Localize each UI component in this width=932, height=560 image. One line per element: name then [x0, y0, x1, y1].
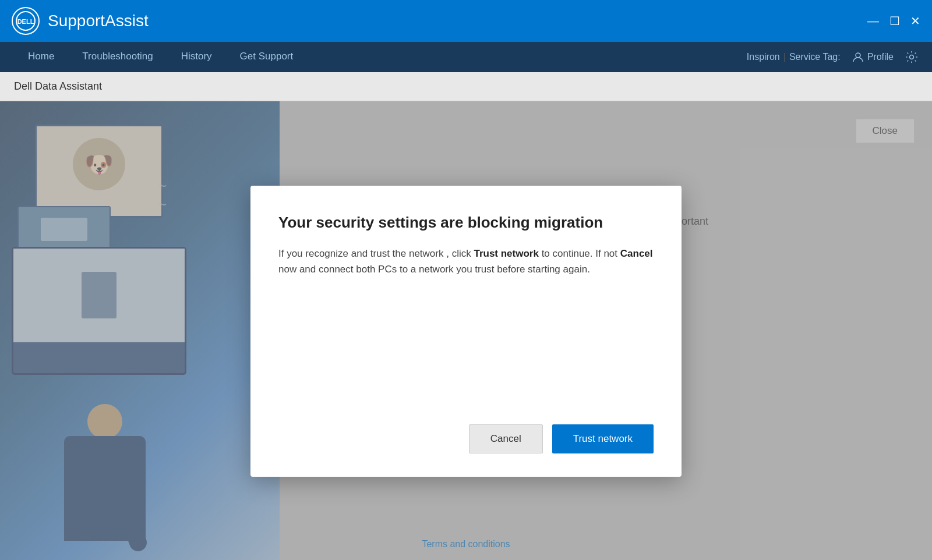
nav-item-home[interactable]: Home — [14, 42, 68, 72]
modal-body-text1: If you recognize and trust the network ,… — [278, 248, 474, 259]
svg-point-3 — [910, 55, 914, 59]
title-bar: DELL SupportAssist — ☐ ✕ — [0, 0, 932, 42]
svg-text:DELL: DELL — [17, 18, 34, 25]
modal-body: If you recognize and trust the network ,… — [278, 246, 654, 401]
device-name: Inspiron — [747, 52, 780, 62]
profile-icon — [852, 51, 864, 63]
svg-point-2 — [856, 53, 860, 58]
main-content: 🐶 🐾 ~~ Close d PC that are import — [0, 101, 932, 560]
cancel-button[interactable]: Cancel — [469, 424, 543, 453]
service-tag-label: Service Tag: — [789, 52, 841, 62]
minimize-button[interactable]: — — [867, 15, 879, 27]
modal-dialog: Your security settings are blocking migr… — [250, 186, 682, 477]
modal-footer: Cancel Trust network — [278, 424, 654, 453]
nav-left: Home Troubleshooting History Get Support — [14, 42, 307, 72]
modal-overlay: Your security settings are blocking migr… — [0, 101, 932, 560]
nav-bar: Home Troubleshooting History Get Support… — [0, 42, 932, 72]
nav-right: Inspiron | Service Tag: Profile — [747, 51, 918, 63]
profile-label: Profile — [867, 52, 894, 62]
gear-icon[interactable] — [905, 51, 918, 63]
dell-logo: DELL — [12, 7, 40, 35]
device-info: Inspiron | Service Tag: — [747, 52, 841, 62]
modal-title: Your security settings are blocking migr… — [278, 214, 654, 232]
page-title: Dell Data Assistant — [14, 80, 102, 92]
close-window-button[interactable]: ✕ — [910, 15, 920, 27]
title-bar-left: DELL SupportAssist — [12, 7, 149, 35]
separator: | — [783, 52, 786, 62]
modal-body-text2: to continue. If not — [539, 248, 620, 259]
nav-item-get-support[interactable]: Get Support — [226, 42, 308, 72]
app-title: SupportAssist — [48, 12, 149, 30]
window-controls: — ☐ ✕ — [867, 15, 920, 27]
modal-body-text3: now and connect both PCs to a network yo… — [278, 264, 590, 275]
page-header: Dell Data Assistant — [0, 72, 932, 101]
profile-item[interactable]: Profile — [852, 51, 894, 63]
trust-network-button[interactable]: Trust network — [552, 424, 654, 453]
maximize-button[interactable]: ☐ — [889, 15, 900, 27]
modal-trust-word: Trust network — [474, 248, 538, 259]
nav-item-history[interactable]: History — [167, 42, 226, 72]
modal-cancel-word: Cancel — [620, 248, 653, 259]
nav-item-troubleshooting[interactable]: Troubleshooting — [68, 42, 167, 72]
